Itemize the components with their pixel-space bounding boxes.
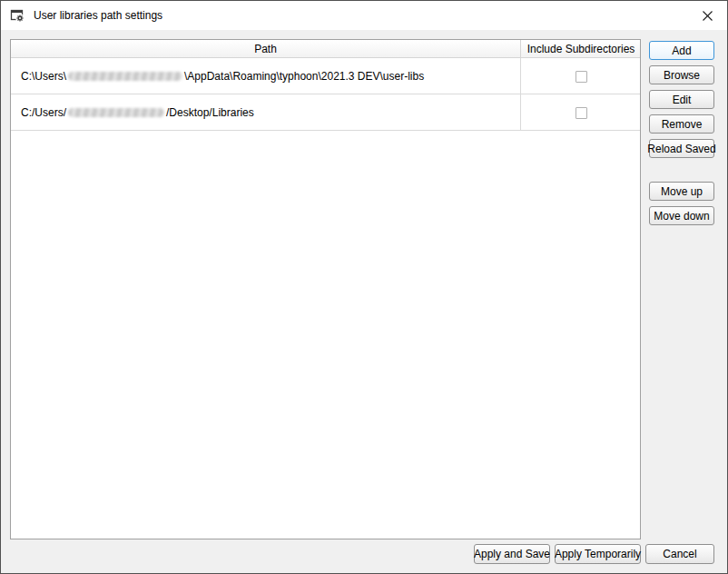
include-subdirectories-cell [522,58,640,94]
window-gear-icon [10,8,25,23]
path-suffix: \AppData\Roaming\typhoon\2021.3 DEV\user… [184,70,424,83]
column-header-include-subdirectories[interactable]: Include Subdirectories [522,40,640,58]
remove-button[interactable]: Remove [649,114,714,134]
dialog-user-libraries-path-settings: User libraries path settings Path Includ… [0,0,728,574]
titlebar[interactable]: User libraries path settings [1,1,727,30]
apply-and-save-button[interactable]: Apply and Save [474,544,550,564]
close-button[interactable] [687,1,727,30]
redacted-username [68,72,182,81]
paths-table: Path Include Subdirectories C:\Users\\Ap… [10,39,641,539]
path-cell[interactable]: C:\Users\\AppData\Roaming\typhoon\2021.3… [11,58,521,94]
move-down-button[interactable]: Move down [649,206,714,225]
dialog-title: User libraries path settings [34,9,162,22]
path-suffix: /Desktop/Libraries [166,106,254,119]
add-button[interactable]: Add [649,41,714,60]
path-prefix: C:/Users/ [21,106,66,119]
edit-button[interactable]: Edit [649,90,714,109]
close-icon [702,10,713,22]
cancel-button[interactable]: Cancel [645,544,714,564]
apply-temporarily-button[interactable]: Apply Temporarily [555,544,641,564]
path-prefix: C:\Users\ [21,70,66,83]
table-row[interactable]: C:/Users//Desktop/Libraries [11,94,640,131]
move-up-button[interactable]: Move up [649,182,714,201]
include-subdirectories-checkbox[interactable] [576,107,587,119]
table-row[interactable]: C:\Users\\AppData\Roaming\typhoon\2021.3… [11,58,640,94]
include-subdirectories-cell [522,94,640,131]
table-header: Path Include Subdirectories [11,40,640,58]
include-subdirectories-checkbox[interactable] [576,71,587,83]
column-header-path[interactable]: Path [11,40,521,58]
redacted-username [68,108,164,117]
path-cell[interactable]: C:/Users//Desktop/Libraries [11,94,521,131]
browse-button[interactable]: Browse [649,65,714,84]
reload-saved-button[interactable]: Reload Saved [649,139,714,158]
